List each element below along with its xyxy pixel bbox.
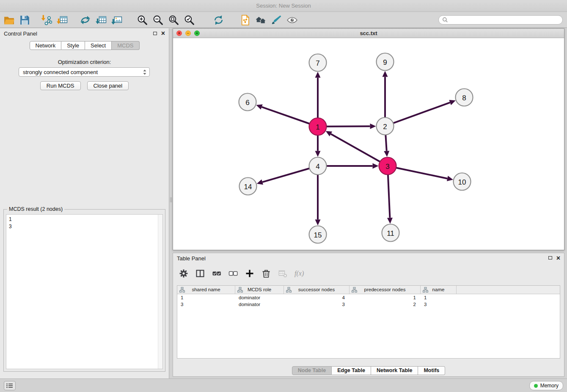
graph-node-label: 11 (387, 229, 394, 237)
delete-column-icon[interactable] (261, 269, 271, 278)
mcds-result-text[interactable]: 1 3 (6, 214, 163, 369)
eye-icon[interactable] (286, 14, 298, 26)
close-control-panel-icon[interactable]: × (161, 30, 165, 37)
column-header-predecessor-nodes[interactable]: predecessor nodes (350, 286, 421, 294)
network-canvas[interactable]: 7968124314101511 (173, 38, 564, 250)
arrowhead-icon (384, 151, 389, 157)
chevron-up-down-icon (143, 69, 147, 75)
graph-edge-2-3[interactable] (385, 135, 386, 151)
style-brush-icon[interactable] (271, 14, 282, 26)
import-network-icon[interactable] (41, 14, 52, 26)
refresh-icon[interactable] (213, 14, 224, 26)
tab-mcds[interactable]: MCDS (112, 41, 139, 50)
tab-node-table[interactable]: Node Table (292, 366, 332, 375)
export-image-icon[interactable] (111, 14, 122, 26)
tab-select[interactable]: Select (85, 41, 112, 50)
table-row[interactable]: 1 dominator 4 1 1 (177, 294, 560, 301)
task-history-button[interactable] (4, 381, 16, 390)
table-panel-title: Table Panel (177, 255, 206, 262)
memory-button[interactable]: Memory (529, 381, 563, 390)
function-builder-icon: f(x) (295, 270, 304, 277)
column-header-shared-name[interactable]: shared name (177, 286, 235, 294)
close-panel-button[interactable]: Close panel (87, 81, 129, 90)
table-tabs: Node Table Edge Table Network Table Moti… (173, 366, 564, 375)
graph-node-label: 1 (316, 123, 319, 131)
close-table-panel-icon[interactable]: × (556, 254, 560, 262)
open-session-icon[interactable] (3, 14, 15, 26)
node-table: shared name MCDS role (177, 285, 560, 359)
attribute-icon (423, 287, 428, 293)
float-table-panel-icon[interactable] (548, 256, 552, 259)
graph-node-label: 10 (458, 178, 466, 186)
select-all-columns-icon[interactable] (212, 269, 221, 278)
export-table-icon[interactable] (95, 14, 107, 26)
column-browser-icon[interactable] (195, 269, 205, 278)
graph-edge-3-1[interactable] (331, 134, 380, 162)
column-header-name[interactable]: name (421, 286, 457, 294)
arrowhead-icon (315, 151, 321, 157)
tab-network[interactable]: Network (29, 41, 61, 50)
tab-network-table[interactable]: Network Table (371, 366, 418, 375)
memory-button-label: Memory (540, 383, 559, 389)
arrowhead-icon (315, 72, 321, 78)
zoom-window-icon[interactable]: + (194, 30, 200, 36)
network-document-icon[interactable] (239, 14, 251, 26)
import-table-icon[interactable] (56, 14, 68, 26)
graph-edge-3-11[interactable] (388, 174, 390, 218)
arrowhead-icon (257, 179, 263, 185)
optimization-criterion-select[interactable]: strongly connected component (19, 67, 150, 77)
run-mcds-button[interactable]: Run MCDS (40, 81, 81, 90)
tab-edge-table[interactable]: Edge Table (332, 366, 371, 375)
attribute-icon (352, 287, 357, 293)
control-panel: Control Panel × Network Style Select MCD… (0, 28, 169, 378)
attribute-icon (179, 287, 185, 293)
save-session-icon[interactable] (19, 14, 30, 26)
graph-edge-1-6[interactable] (262, 107, 310, 124)
zoom-in-icon[interactable] (137, 14, 148, 26)
main-toolbar (0, 12, 567, 28)
graph-edge-3-10[interactable] (396, 168, 447, 178)
status-bar: Memory (0, 378, 567, 392)
mcds-result-title: MCDS result (2 nodes) (7, 206, 64, 212)
arrowhead-icon (315, 220, 321, 226)
table-row[interactable]: 3 dominator 3 2 3 (177, 301, 560, 308)
column-header-mcds-role[interactable]: MCDS role (235, 286, 284, 294)
deselect-all-columns-icon[interactable] (228, 269, 238, 278)
graph-edge-1-2[interactable] (326, 126, 370, 127)
graph-node-label: 8 (462, 94, 466, 102)
memory-status-dot (534, 384, 538, 388)
search-icon (442, 17, 448, 23)
arrowhead-icon (449, 100, 455, 105)
search-box[interactable] (438, 15, 563, 25)
control-panel-tabs: Network Style Select MCDS (29, 41, 139, 50)
zoom-selected-icon[interactable] (184, 14, 195, 26)
network-window-titlebar[interactable]: × − + scc.txt (173, 29, 564, 38)
graph-node-label: 2 (383, 123, 387, 131)
minimize-window-icon[interactable]: − (185, 30, 191, 36)
search-input[interactable] (450, 17, 559, 23)
tab-motifs[interactable]: Motifs (418, 366, 445, 375)
tab-style[interactable]: Style (61, 41, 85, 50)
float-panel-icon[interactable] (153, 32, 157, 35)
export-network-icon[interactable] (80, 14, 91, 26)
column-header-successor-nodes[interactable]: successor nodes (284, 286, 350, 294)
graph-edge-4-14[interactable] (262, 168, 309, 182)
column-header-filler (457, 286, 560, 294)
arrowhead-icon (383, 71, 388, 77)
home-icon[interactable] (255, 14, 267, 26)
arrowhead-icon (373, 163, 379, 169)
application-window: Session: New Session (0, 0, 567, 392)
zoom-fit-icon[interactable] (168, 14, 179, 26)
add-column-icon[interactable] (245, 269, 254, 278)
network-window: × − + scc.txt 7968124314101511 (173, 28, 564, 250)
panel-splitter[interactable] (170, 197, 172, 202)
close-window-icon[interactable]: × (176, 30, 182, 36)
gear-icon[interactable] (179, 269, 188, 278)
graph-edge-2-8[interactable] (393, 102, 450, 123)
arrowhead-icon (370, 124, 376, 129)
result-scrollbar[interactable] (158, 215, 162, 369)
zoom-out-icon[interactable] (152, 14, 164, 26)
attribute-icon (237, 287, 243, 293)
optimization-criterion-label: Optimization criterion: (0, 59, 169, 65)
list-icon (6, 382, 14, 389)
